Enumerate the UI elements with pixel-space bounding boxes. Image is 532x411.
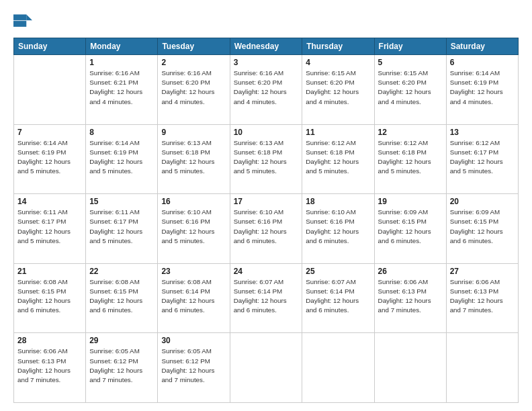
day-info: Sunrise: 6:14 AMSunset: 6:19 PMDaylight:… xyxy=(450,68,515,107)
day-number: 6 xyxy=(450,58,515,67)
weekday-header: Friday xyxy=(374,38,446,55)
day-number: 17 xyxy=(234,197,299,206)
day-info: Sunrise: 6:14 AMSunset: 6:19 PMDaylight:… xyxy=(17,138,82,177)
calendar-cell: 18Sunrise: 6:10 AMSunset: 6:16 PMDayligh… xyxy=(302,194,374,264)
day-info: Sunrise: 6:08 AMSunset: 6:15 PMDaylight:… xyxy=(17,277,82,316)
day-number: 20 xyxy=(450,197,515,206)
day-info: Sunrise: 6:11 AMSunset: 6:17 PMDaylight:… xyxy=(17,208,82,246)
day-number: 30 xyxy=(161,336,226,345)
calendar-cell: 29Sunrise: 6:05 AMSunset: 6:12 PMDayligh… xyxy=(86,333,158,403)
calendar-cell: 27Sunrise: 6:06 AMSunset: 6:13 PMDayligh… xyxy=(446,263,518,333)
calendar-cell: 24Sunrise: 6:07 AMSunset: 6:14 PMDayligh… xyxy=(230,263,302,333)
day-info: Sunrise: 6:15 AMSunset: 6:20 PMDaylight:… xyxy=(378,68,443,107)
day-info: Sunrise: 6:10 AMSunset: 6:16 PMDaylight:… xyxy=(306,208,370,246)
day-info: Sunrise: 6:12 AMSunset: 6:17 PMDaylight:… xyxy=(450,138,515,177)
calendar-cell: 20Sunrise: 6:09 AMSunset: 6:15 PMDayligh… xyxy=(446,194,518,264)
calendar-cell: 14Sunrise: 6:11 AMSunset: 6:17 PMDayligh… xyxy=(14,194,86,264)
calendar-week-row: 21Sunrise: 6:08 AMSunset: 6:15 PMDayligh… xyxy=(14,263,519,333)
weekday-header: Sunday xyxy=(14,38,86,55)
day-number: 11 xyxy=(306,128,370,137)
calendar-cell: 10Sunrise: 6:13 AMSunset: 6:18 PMDayligh… xyxy=(230,124,302,194)
day-number: 5 xyxy=(378,58,443,67)
day-info: Sunrise: 6:05 AMSunset: 6:12 PMDaylight:… xyxy=(89,347,154,385)
day-info: Sunrise: 6:07 AMSunset: 6:14 PMDaylight:… xyxy=(234,277,299,316)
day-number: 12 xyxy=(378,128,443,137)
day-info: Sunrise: 6:16 AMSunset: 6:21 PMDaylight:… xyxy=(89,68,154,107)
day-info: Sunrise: 6:16 AMSunset: 6:20 PMDaylight:… xyxy=(234,68,299,107)
calendar-cell xyxy=(14,55,86,125)
calendar-cell: 19Sunrise: 6:09 AMSunset: 6:15 PMDayligh… xyxy=(374,194,446,264)
logo xyxy=(13,12,35,31)
calendar-table: SundayMondayTuesdayWednesdayThursdayFrid… xyxy=(13,38,519,403)
calendar-cell xyxy=(446,333,518,403)
day-info: Sunrise: 6:06 AMSunset: 6:13 PMDaylight:… xyxy=(450,277,515,316)
day-number: 9 xyxy=(161,128,226,137)
calendar-header-row: SundayMondayTuesdayWednesdayThursdayFrid… xyxy=(14,38,519,55)
header xyxy=(13,12,519,31)
calendar-cell: 21Sunrise: 6:08 AMSunset: 6:15 PMDayligh… xyxy=(14,263,86,333)
calendar-cell: 4Sunrise: 6:15 AMSunset: 6:20 PMDaylight… xyxy=(302,55,374,125)
day-number: 1 xyxy=(89,58,154,67)
calendar-cell: 5Sunrise: 6:15 AMSunset: 6:20 PMDaylight… xyxy=(374,55,446,125)
day-info: Sunrise: 6:11 AMSunset: 6:17 PMDaylight:… xyxy=(89,208,154,246)
calendar-cell: 26Sunrise: 6:06 AMSunset: 6:13 PMDayligh… xyxy=(374,263,446,333)
day-number: 28 xyxy=(17,336,82,345)
calendar-week-row: 14Sunrise: 6:11 AMSunset: 6:17 PMDayligh… xyxy=(14,194,519,264)
day-info: Sunrise: 6:12 AMSunset: 6:18 PMDaylight:… xyxy=(378,138,443,177)
day-number: 22 xyxy=(89,267,154,276)
day-number: 2 xyxy=(161,58,226,67)
weekday-header: Thursday xyxy=(302,38,374,55)
calendar-cell: 13Sunrise: 6:12 AMSunset: 6:17 PMDayligh… xyxy=(446,124,518,194)
day-info: Sunrise: 6:10 AMSunset: 6:16 PMDaylight:… xyxy=(234,208,299,246)
calendar-cell: 28Sunrise: 6:06 AMSunset: 6:13 PMDayligh… xyxy=(14,333,86,403)
day-number: 25 xyxy=(306,267,370,276)
calendar-cell: 2Sunrise: 6:16 AMSunset: 6:20 PMDaylight… xyxy=(158,55,230,125)
day-number: 16 xyxy=(161,197,226,206)
day-info: Sunrise: 6:15 AMSunset: 6:20 PMDaylight:… xyxy=(306,68,370,107)
day-number: 15 xyxy=(89,197,154,206)
day-number: 27 xyxy=(450,267,515,276)
day-info: Sunrise: 6:08 AMSunset: 6:14 PMDaylight:… xyxy=(161,277,226,316)
day-info: Sunrise: 6:09 AMSunset: 6:15 PMDaylight:… xyxy=(450,208,515,246)
weekday-header: Tuesday xyxy=(158,38,230,55)
day-number: 29 xyxy=(89,336,154,345)
calendar-cell: 6Sunrise: 6:14 AMSunset: 6:19 PMDaylight… xyxy=(446,55,518,125)
calendar-cell xyxy=(230,333,302,403)
day-number: 23 xyxy=(161,267,226,276)
day-info: Sunrise: 6:06 AMSunset: 6:13 PMDaylight:… xyxy=(17,347,82,385)
svg-marker-0 xyxy=(26,15,32,21)
day-info: Sunrise: 6:10 AMSunset: 6:16 PMDaylight:… xyxy=(161,208,226,246)
calendar-cell xyxy=(302,333,374,403)
calendar-cell: 11Sunrise: 6:12 AMSunset: 6:18 PMDayligh… xyxy=(302,124,374,194)
day-number: 7 xyxy=(17,128,82,137)
svg-rect-1 xyxy=(13,15,26,21)
day-number: 10 xyxy=(234,128,299,137)
day-info: Sunrise: 6:12 AMSunset: 6:18 PMDaylight:… xyxy=(306,138,370,177)
day-info: Sunrise: 6:13 AMSunset: 6:18 PMDaylight:… xyxy=(234,138,299,177)
weekday-header: Monday xyxy=(86,38,158,55)
calendar-cell xyxy=(374,333,446,403)
calendar-cell: 15Sunrise: 6:11 AMSunset: 6:17 PMDayligh… xyxy=(86,194,158,264)
calendar-week-row: 1Sunrise: 6:16 AMSunset: 6:21 PMDaylight… xyxy=(14,55,519,125)
day-info: Sunrise: 6:13 AMSunset: 6:18 PMDaylight:… xyxy=(161,138,226,177)
day-number: 24 xyxy=(234,267,299,276)
day-number: 19 xyxy=(378,197,443,206)
calendar-cell: 23Sunrise: 6:08 AMSunset: 6:14 PMDayligh… xyxy=(158,263,230,333)
calendar-cell: 1Sunrise: 6:16 AMSunset: 6:21 PMDaylight… xyxy=(86,55,158,125)
day-number: 26 xyxy=(378,267,443,276)
svg-rect-2 xyxy=(13,21,26,27)
day-number: 14 xyxy=(17,197,82,206)
calendar-cell: 25Sunrise: 6:07 AMSunset: 6:14 PMDayligh… xyxy=(302,263,374,333)
calendar-cell: 8Sunrise: 6:14 AMSunset: 6:19 PMDaylight… xyxy=(86,124,158,194)
day-number: 3 xyxy=(234,58,299,67)
logo-icon xyxy=(13,12,32,31)
day-number: 21 xyxy=(17,267,82,276)
calendar-cell: 9Sunrise: 6:13 AMSunset: 6:18 PMDaylight… xyxy=(158,124,230,194)
calendar-cell: 7Sunrise: 6:14 AMSunset: 6:19 PMDaylight… xyxy=(14,124,86,194)
day-info: Sunrise: 6:08 AMSunset: 6:15 PMDaylight:… xyxy=(89,277,154,316)
calendar-cell: 3Sunrise: 6:16 AMSunset: 6:20 PMDaylight… xyxy=(230,55,302,125)
page: SundayMondayTuesdayWednesdayThursdayFrid… xyxy=(0,0,532,411)
calendar-cell: 17Sunrise: 6:10 AMSunset: 6:16 PMDayligh… xyxy=(230,194,302,264)
day-info: Sunrise: 6:14 AMSunset: 6:19 PMDaylight:… xyxy=(89,138,154,177)
calendar-cell: 30Sunrise: 6:05 AMSunset: 6:12 PMDayligh… xyxy=(158,333,230,403)
